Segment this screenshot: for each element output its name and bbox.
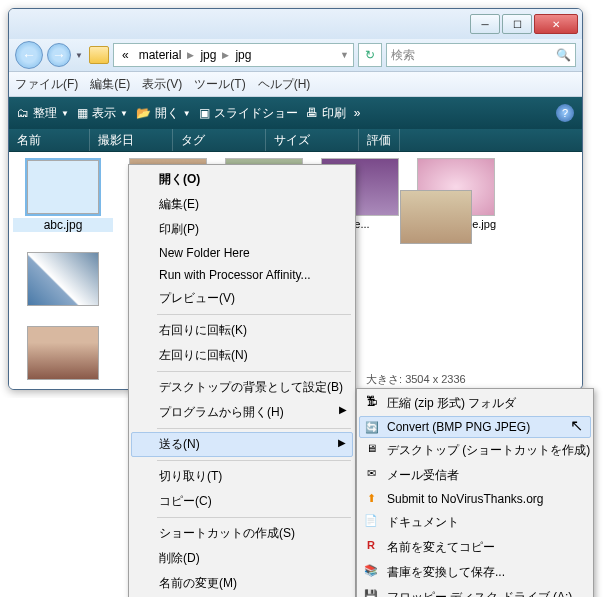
close-button[interactable]: ✕ — [534, 14, 578, 34]
minimize-button[interactable]: ─ — [470, 14, 500, 34]
menu-view[interactable]: 表示(V) — [142, 76, 182, 93]
ctx-open[interactable]: 開く(O) — [131, 167, 353, 192]
more-button[interactable]: » — [354, 106, 361, 120]
thumb-image — [27, 326, 99, 380]
print-button[interactable]: 🖶印刷 — [306, 105, 346, 122]
header-rating[interactable]: 評価 — [359, 129, 400, 151]
sendto-submenu: 🗜圧縮 (zip 形式) フォルダ 🔄Convert (BMP PNG JPEG… — [356, 388, 594, 398]
chevron-down-icon[interactable]: ▼ — [340, 50, 349, 60]
search-input[interactable]: 検索 🔍 — [386, 43, 576, 67]
ctx-print[interactable]: 印刷(P) — [131, 217, 353, 242]
refresh-button[interactable]: ↻ — [358, 43, 382, 67]
send-zip[interactable]: 🗜圧縮 (zip 形式) フォルダ — [359, 391, 591, 398]
ctx-newfolder[interactable]: New Folder Here — [131, 242, 353, 264]
breadcrumb-part[interactable]: jpg — [231, 48, 255, 62]
file-thumb[interactable] — [13, 252, 113, 306]
slideshow-button[interactable]: ▣スライドショー — [199, 105, 298, 122]
titlebar: ─ ☐ ✕ — [9, 9, 582, 39]
back-button[interactable]: ← — [15, 41, 43, 69]
breadcrumb-part[interactable]: jpg — [196, 48, 220, 62]
menu-help[interactable]: ヘルプ(H) — [258, 76, 311, 93]
folder-icon — [89, 46, 109, 64]
column-headers: 名前 撮影日 タグ サイズ 評価 — [9, 129, 582, 152]
thumb-image — [27, 160, 99, 214]
breadcrumb[interactable]: « material ▶ jpg ▶ jpg ▼ — [113, 43, 354, 67]
context-menu: 開く(O) 編集(E) 印刷(P) New Folder Here Run wi… — [128, 164, 356, 398]
header-tag[interactable]: タグ — [173, 129, 266, 151]
thumb-image — [27, 252, 99, 306]
file-thumb-selected[interactable]: abc.jpg — [13, 160, 113, 232]
help-icon[interactable]: ? — [556, 104, 574, 122]
menu-edit[interactable]: 編集(E) — [90, 76, 130, 93]
header-size[interactable]: サイズ — [266, 129, 359, 151]
chevron-right-icon[interactable]: ▶ — [222, 50, 229, 60]
breadcrumb-part[interactable]: material — [135, 48, 186, 62]
file-thumb[interactable] — [13, 326, 113, 380]
ctx-edit[interactable]: 編集(E) — [131, 192, 353, 217]
view-button[interactable]: ▦表示▼ — [77, 105, 128, 122]
ctx-rotate-right[interactable]: 右回りに回転(K) — [131, 318, 353, 343]
status-dimensions: 大きさ: 3504 x 2336 — [366, 372, 466, 387]
header-date[interactable]: 撮影日 — [90, 129, 173, 151]
file-thumb[interactable] — [400, 190, 472, 244]
file-label: abc.jpg — [13, 218, 113, 232]
organize-button[interactable]: 🗂整理▼ — [17, 105, 69, 122]
menu-file[interactable]: ファイル(F) — [15, 76, 78, 93]
open-button[interactable]: 📂開く▼ — [136, 105, 191, 122]
ctx-preview[interactable]: プレビュー(V) — [131, 286, 353, 311]
search-icon: 🔍 — [556, 48, 571, 62]
ctx-wallpaper[interactable]: デスクトップの背景として設定(B) — [131, 375, 353, 398]
header-name[interactable]: 名前 — [9, 129, 90, 151]
forward-button[interactable]: → — [47, 43, 71, 67]
menu-tools[interactable]: ツール(T) — [194, 76, 245, 93]
zip-icon: 🗜 — [363, 393, 379, 398]
ctx-affinity[interactable]: Run with Processor Affinity... — [131, 264, 353, 286]
nav-history-dropdown[interactable]: ▼ — [75, 51, 85, 60]
search-placeholder: 検索 — [391, 47, 415, 64]
breadcrumb-lead: « — [118, 48, 133, 62]
chevron-right-icon[interactable]: ▶ — [187, 50, 194, 60]
ctx-rotate-left[interactable]: 左回りに回転(N) — [131, 343, 353, 368]
maximize-button[interactable]: ☐ — [502, 14, 532, 34]
